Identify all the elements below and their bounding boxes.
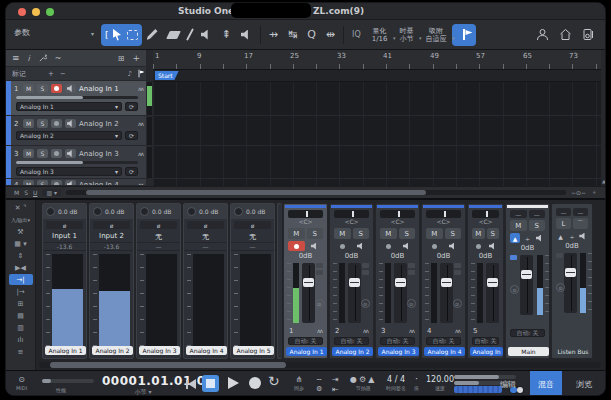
input-strip-1[interactable]: 0.0 dB ø Input 1 -13.6 Analog In 1 [42,203,87,359]
cue-mix-knob[interactable]: ⊙ [361,299,370,308]
channel-label[interactable]: Analog In [470,347,503,356]
input-strip-2[interactable]: 0.0 dB ø Input 2 -13.6 Analog In 2 [89,203,134,359]
fader-cap[interactable] [303,278,314,287]
io-dropdown[interactable]: 入/输出▾ [9,214,33,225]
arrow-tool-group[interactable]: [ [101,24,142,46]
headphone-button[interactable]: ⌒ [573,218,588,229]
fader-db-value[interactable]: 0dB [468,251,503,261]
listen-button[interactable]: L [556,218,571,229]
input-gain-button[interactable]: ⟳ [125,167,138,176]
mono-button[interactable]: ▲ [556,231,565,241]
channel-strip-main[interactable]: —— MS ▲÷ 0dB ⊙ 自动: 关 Main [505,203,550,359]
track-name[interactable]: Analog In 2 [79,120,135,128]
close-window-button[interactable] [18,8,26,16]
global-unmute-button[interactable]: U [33,189,37,196]
keyboard-icon[interactable]: ▤ [9,310,33,321]
remove-marker-button[interactable]: − [60,70,66,78]
track-input-dropdown[interactable]: Analog In 1▾ [16,102,122,111]
input-label[interactable]: Analog In 2 [92,346,133,355]
solo-button[interactable]: S [399,228,416,239]
timeline-ruler[interactable]: 1 9 17 25 33 41 49 57 65 73 [153,50,601,70]
mono-button[interactable]: ▲ [510,233,520,243]
loop-button[interactable]: ↻ [268,373,280,389]
info-icon[interactable]: i [28,54,30,63]
collaboration-button[interactable] [531,24,554,46]
track-color-tab[interactable] [6,179,11,185]
solo-button[interactable]: S [445,228,462,239]
track-input-dropdown[interactable]: Analog In 2▾ [16,131,122,140]
insert-slot[interactable] [454,263,461,268]
record-arm-button[interactable] [51,119,62,128]
record-arm-button[interactable] [380,241,397,251]
zoom-in-icon[interactable]: ＋ [591,188,597,197]
timebase-dropdown[interactable]: 时基 小节 ▾ [393,27,419,43]
input-source-name[interactable]: Input 1 [43,232,86,242]
note-icon[interactable]: ♪ [128,70,132,78]
params-dropdown[interactable]: 参数 ▾ [14,27,94,38]
track-color-tab[interactable] [6,146,11,178]
bend-markers-button[interactable]: ⇸ [264,24,283,46]
input-label[interactable]: Analog In 3 [139,346,180,355]
expand-vertical-icon[interactable]: ⇕ [9,250,33,261]
mute-button[interactable]: M [23,119,34,128]
record-arm-button[interactable] [334,241,351,251]
mixer-horizontal-scrollbar[interactable] [39,362,601,368]
horizontal-scrollbar[interactable] [66,190,566,195]
solo-button[interactable]: S [37,84,48,93]
time-display[interactable]: 00001.01.01.00 [102,374,184,388]
mute-tool-button[interactable] [196,24,217,46]
automation-mode[interactable]: 自动: 关 [334,337,369,345]
mute-button[interactable]: M [23,84,34,93]
punch-buttons[interactable]: ⇥ ⇤ [332,375,339,394]
phase-invert-button[interactable]: ø [93,221,130,229]
insert-slot[interactable] [408,263,415,268]
wrench-icon[interactable]: ⚒ [9,226,33,237]
track-color-tab[interactable] [6,81,11,115]
record-arm-button[interactable] [51,84,62,93]
automation-mode[interactable]: 自动: 关 [510,329,545,337]
phase-invert-button[interactable]: ø [140,221,177,229]
scrollbar-thumb[interactable] [86,190,426,195]
record-arm-button[interactable] [426,241,443,251]
bend-tool-button[interactable]: ⇞ [217,24,236,46]
insert-slot[interactable] [316,263,323,268]
monitor-button[interactable] [579,231,588,241]
input-label[interactable]: Analog In 1 [45,346,86,355]
track-row-1[interactable]: 1 M S Analog In 1 ʌʌ Analog In 1▾ ⟳ [6,81,146,116]
channel-label[interactable]: Analog In 4 [424,347,465,356]
spinner-button[interactable]: — [573,208,588,216]
cue-mix-knob[interactable]: ⊙ [510,285,519,294]
quantize-tool-button[interactable]: Q [302,24,321,46]
channel-strip-2[interactable]: <C> MS 0dB ⊙ 2ʌʌ 自动: 关 Analog In 2 [329,203,374,359]
monitor-button[interactable] [307,241,324,251]
global-solo-button[interactable]: S [24,189,28,196]
fader-cap[interactable] [487,278,498,287]
fader-track[interactable] [486,263,499,323]
mute-button[interactable]: M [510,220,527,231]
pan-slider[interactable] [288,210,323,218]
gain-knob[interactable] [93,207,102,216]
channel-strip-listen[interactable]: —— L⌒ ▲÷ 0dB ⊙ Listen Bus [551,203,593,359]
input-strip-5[interactable]: 0.0 dB ø 无 — Analog In 5 [230,203,275,359]
dock-right-icon[interactable]: →| [9,274,33,285]
tempo-display[interactable]: 120.00 速度 [426,375,454,391]
fader-db-value[interactable]: 0dB [552,241,592,251]
input-quantize-button[interactable]: IQ [347,24,366,46]
channel-label[interactable]: Analog In 3 [378,347,419,356]
insert-slot[interactable] [362,263,369,268]
monitor-button[interactable] [399,241,416,251]
monitor-button[interactable] [487,241,500,251]
spinner-button[interactable]: — [510,210,527,218]
track-volume-slider[interactable] [16,96,138,99]
cue-mix-knob[interactable]: ⊙ [315,299,324,308]
fader-cap[interactable] [521,270,532,279]
gain-knob[interactable] [46,207,55,216]
return-to-start-button[interactable] [186,379,196,389]
fader-cap[interactable] [395,278,406,287]
add-track-button[interactable]: + [132,53,140,63]
automation-mode[interactable]: 自动: 关 [426,337,461,345]
fader-db-value[interactable]: 0dB [330,251,373,261]
solo-button[interactable]: S [353,228,370,239]
tap-tempo[interactable]: · 倍 [414,375,419,391]
track-color-tab[interactable] [6,116,11,145]
